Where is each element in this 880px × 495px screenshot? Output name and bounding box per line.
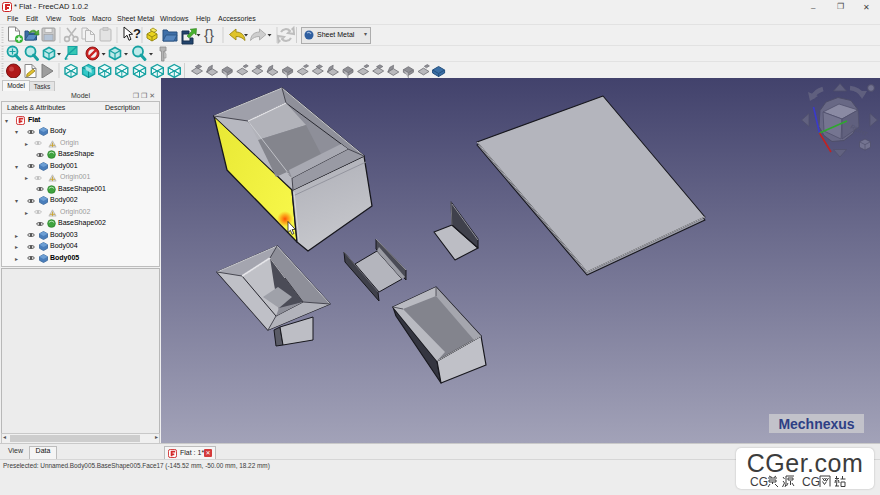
svg-text:Mechnexus: Mechnexus bbox=[778, 416, 854, 432]
svg-text:{}: {} bbox=[204, 26, 214, 43]
svg-text:?: ? bbox=[133, 26, 141, 41]
svg-text:CG: CG bbox=[802, 475, 820, 488]
svg-text:CG: CG bbox=[750, 475, 768, 488]
